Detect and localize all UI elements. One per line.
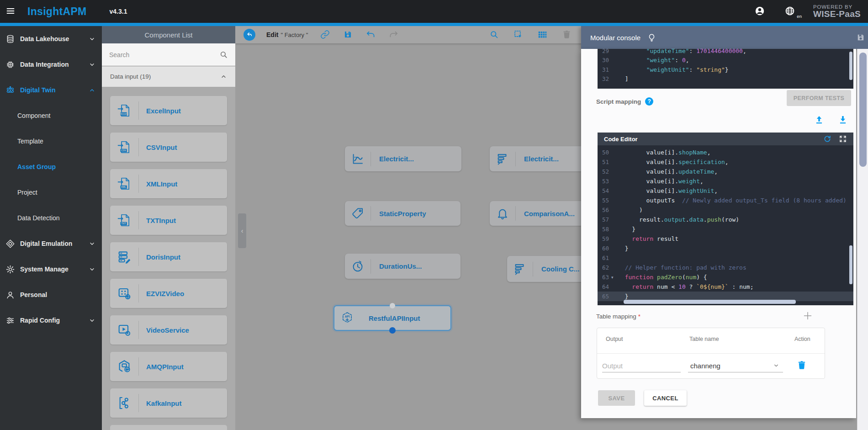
code-editor[interactable]: Code Editor 50 value[i].shopName, 51 val…: [598, 133, 853, 305]
component-item-excelinput[interactable]: Excel ExcelInput: [110, 96, 227, 125]
user-account-button[interactable]: [753, 5, 767, 18]
grid-icon: [538, 34, 547, 41]
table-divider: [597, 353, 825, 354]
undo-icon: [366, 34, 376, 41]
edit-target-label: " Factory ": [281, 32, 308, 38]
grid-layout-button[interactable]: [537, 30, 547, 40]
line-number: 57: [598, 216, 611, 223]
component-item-label: XMLInput: [146, 180, 177, 188]
canvas-node-durationus[interactable]: DurationUs...: [345, 254, 460, 279]
canvas-node-restfulapiinput[interactable]: API RestfulAPIInput: [333, 305, 451, 331]
component-item-label: ExcelInput: [146, 107, 181, 115]
edit-mode-label: Edit: [266, 31, 278, 38]
chevron-down-icon: [89, 36, 95, 42]
chevron-up-icon: [220, 73, 227, 80]
hex-api-icon: API: [334, 311, 360, 325]
lightbulb-icon[interactable]: [647, 33, 656, 42]
search-input[interactable]: [109, 51, 219, 58]
search-icon[interactable]: [219, 50, 228, 59]
component-item-ezvizvideo[interactable]: EZVIZVideo: [110, 279, 227, 308]
back-button[interactable]: [243, 29, 255, 41]
node-output-port[interactable]: [389, 327, 396, 334]
download-script-button[interactable]: [838, 115, 848, 125]
node-label: RestfulAPIInput: [369, 314, 420, 322]
sidebar-item-digital-twin[interactable]: Digital Twin: [0, 77, 102, 103]
report-icon: [490, 152, 515, 166]
payload-preview-code[interactable]: 29 "updateTime": 1701446400000, 30 "weig…: [598, 49, 853, 89]
line-number: 53: [598, 178, 611, 185]
file-input-icon: XML: [110, 176, 138, 191]
delete-node-button[interactable]: [561, 30, 572, 40]
user-icon: [754, 11, 765, 18]
output-field[interactable]: [602, 359, 681, 372]
canvas-node-electricit[interactable]: Electricit...: [345, 146, 461, 171]
component-item-xmlinput[interactable]: XML XMLInput: [110, 169, 227, 198]
table-name-select[interactable]: channeng: [688, 359, 783, 372]
add-table-mapping-button[interactable]: [802, 310, 814, 322]
redo-button[interactable]: [388, 30, 398, 40]
cancel-button[interactable]: CANCEL: [644, 390, 687, 406]
line-number: 60: [598, 245, 611, 252]
atom-icon: [5, 85, 15, 95]
component-item-txtinput[interactable]: TXT TXTInput: [110, 206, 227, 235]
perform-tests-button[interactable]: PERFORM TESTS: [787, 90, 851, 106]
sidebar-item-component[interactable]: Component: [0, 103, 102, 128]
component-list-panel: Component List Data input (19) Excel Exc…: [102, 26, 235, 430]
sidebar-item-project[interactable]: Project: [0, 180, 102, 205]
console-title: Modular console: [590, 34, 640, 42]
modular-console-header: Modular console: [581, 26, 868, 49]
sidebar-item-label: System Manage: [20, 265, 69, 273]
undo-button[interactable]: [365, 30, 376, 40]
upload-script-button[interactable]: [814, 115, 824, 125]
data-input-group-header[interactable]: Data input (19): [102, 66, 235, 87]
console-save-button[interactable]: [856, 33, 865, 42]
sidebar-item-personal[interactable]: Personal: [0, 282, 102, 308]
save-canvas-button[interactable]: [343, 30, 353, 40]
file-input-icon: CSV: [110, 140, 138, 154]
panel-collapse-handle[interactable]: ‹: [238, 213, 246, 248]
sidebar-item-system-manage[interactable]: System Manage: [0, 256, 102, 282]
hamburger-menu-button[interactable]: [0, 0, 21, 23]
expand-icon: [839, 138, 847, 144]
component-item-kafkainput[interactable]: KafkaInput: [110, 388, 227, 418]
delete-mapping-button[interactable]: [797, 360, 807, 370]
sidebar-item-data-integration[interactable]: Data Integration: [0, 52, 102, 77]
canvas-node-staticproperty[interactable]: StaticProperty: [345, 201, 460, 226]
node-input-port[interactable]: [390, 303, 395, 308]
powered-by-logo: POWERED BY WISE-PaaS: [813, 4, 861, 19]
fold-caret[interactable]: ▾: [611, 275, 618, 280]
component-item-amqpinput[interactable]: AMQPInput: [110, 352, 227, 381]
sidebar-menu: Data Lakehouse Data Integration Digital …: [0, 26, 102, 430]
marquee-select-button[interactable]: [513, 30, 523, 40]
save-button[interactable]: SAVE: [598, 390, 635, 406]
editor-horizontal-scrollbar[interactable]: [624, 300, 796, 304]
sidebar-item-data-lakehouse[interactable]: Data Lakehouse: [0, 26, 102, 52]
code-line: 61: [598, 253, 853, 263]
editor-vertical-scrollbar[interactable]: [849, 245, 852, 284]
sidebar-item-data-detection[interactable]: Data Detection: [0, 205, 102, 231]
component-item-csvinput[interactable]: CSV CSVInput: [110, 133, 227, 162]
help-icon[interactable]: ?: [645, 97, 653, 106]
refresh-code-button[interactable]: [823, 135, 831, 143]
sidebar-subitem-label: Component: [17, 112, 50, 119]
window-scrollbar-thumb[interactable]: [859, 53, 867, 167]
link-button[interactable]: [320, 30, 330, 40]
chevron-down-icon: [773, 362, 779, 369]
fullscreen-code-button[interactable]: [839, 135, 847, 143]
sidebar-item-digital-emulation[interactable]: Digital Emulation: [0, 231, 102, 256]
sidebar-item-template[interactable]: Template: [0, 128, 102, 154]
code-line: 50 value[i].shopName,: [598, 148, 853, 157]
line-number: 65: [598, 293, 611, 300]
sidebar-item-asset-group[interactable]: Asset Group: [0, 154, 102, 180]
component-item-dorisinput[interactable]: DorisInput: [110, 242, 227, 271]
window-scrollbar-track[interactable]: [857, 49, 868, 430]
sidebar-item-label: Personal: [20, 291, 47, 298]
language-button[interactable]: en: [783, 5, 797, 18]
preview-scrollbar[interactable]: [849, 52, 852, 80]
link-icon: [320, 34, 330, 41]
component-item-videoservice[interactable]: VideoService: [110, 315, 227, 345]
person-icon: [5, 290, 15, 300]
sidebar-item-rapid-config[interactable]: Rapid Config: [0, 308, 102, 333]
app-root: InsightAPM v4.3.1 en POWERED BY WISE-Paa…: [0, 0, 868, 430]
search-canvas-button[interactable]: [489, 30, 499, 40]
